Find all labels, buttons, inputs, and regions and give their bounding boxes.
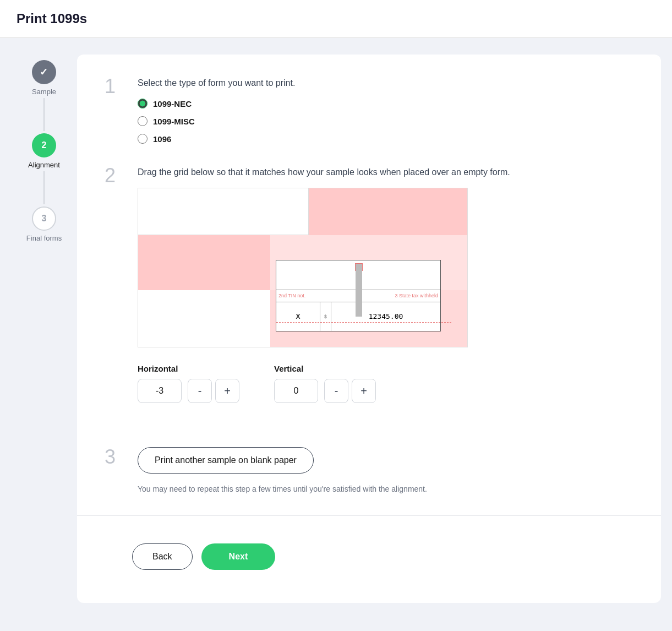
radio-1096[interactable] — [138, 134, 147, 144]
horizontal-plus-button[interactable]: + — [215, 379, 239, 403]
radio-label-nec: 1099-NEC — [153, 99, 192, 108]
radio-misc[interactable] — [138, 116, 147, 126]
step-label-sample: Sample — [32, 88, 56, 96]
content-divider — [77, 515, 661, 516]
step-section-1: 1 Select the type of form you want to pr… — [105, 77, 633, 144]
step-content-1: Select the type of form you want to prin… — [138, 77, 633, 144]
print-sample-button[interactable]: Print another sample on blank paper — [138, 447, 314, 474]
step-circle-alignment: 2 — [32, 133, 56, 157]
step-label-alignment: Alignment — [28, 161, 60, 169]
step-instruction-2: Drag the grid below so that it matches h… — [138, 166, 633, 179]
controls-section: Horizontal - + Vertical - + — [138, 364, 633, 403]
step-circle-final: 3 — [32, 206, 56, 231]
radio-option-nec[interactable]: 1099-NEC — [138, 99, 633, 108]
grid-x-mark: X — [296, 313, 300, 320]
check-icon: ✓ — [40, 66, 48, 78]
radio-label-1096: 1096 — [153, 134, 171, 144]
radio-option-misc[interactable]: 1099-MISC — [138, 116, 633, 126]
horizontal-minus-button[interactable]: - — [188, 379, 212, 403]
step-number-3: 3 — [105, 447, 121, 493]
grid-overlay[interactable]: // We'll render this with static HTML 2n… — [276, 260, 441, 331]
mini-grid-cell — [356, 316, 362, 317]
next-button[interactable]: Next — [201, 543, 276, 570]
step-item-final: 3 Final forms — [26, 206, 62, 242]
grid-label-state-tax: 3 State tax withheld — [358, 293, 438, 298]
preview-left-mid-pink — [138, 235, 270, 290]
corner-mark — [355, 263, 363, 271]
step-instruction-1: Select the type of form you want to prin… — [138, 77, 633, 90]
alignment-preview[interactable]: // We'll render this with static HTML 2n… — [138, 188, 468, 347]
control-group-vertical: Vertical - + — [274, 364, 378, 403]
radio-group-form-type: 1099-NEC 1099-MISC 1096 — [138, 99, 633, 144]
step-item-alignment: 2 Alignment — [28, 133, 60, 169]
radio-label-misc: 1099-MISC — [153, 117, 195, 126]
preview-top-right-pink — [309, 188, 467, 235]
main-layout: ✓ Sample 2 Alignment 3 Final forms 1 Sel — [0, 38, 672, 619]
content-card: 1 Select the type of form you want to pr… — [77, 55, 661, 603]
horizontal-control-row: - + — [138, 379, 241, 403]
alignment-hint-text: You may need to repeat this step a few t… — [138, 485, 633, 493]
dashed-line — [276, 322, 451, 323]
back-button[interactable]: Back — [132, 543, 193, 570]
vertical-control-row: - + — [274, 379, 378, 403]
radio-nec[interactable] — [138, 99, 147, 108]
step-item-sample: ✓ Sample — [32, 60, 56, 96]
preview-bottom-left-white — [138, 290, 270, 347]
grid-value: 12345.00 — [369, 312, 403, 320]
control-group-horizontal: Horizontal - + — [138, 364, 241, 403]
step-section-3: 3 Print another sample on blank paper Yo… — [105, 447, 633, 493]
radio-option-1096[interactable]: 1096 — [138, 134, 633, 144]
step-circle-sample: ✓ — [32, 60, 56, 84]
bottom-navigation: Back Next — [105, 532, 633, 581]
step-number-1: 1 — [105, 77, 121, 144]
vertical-plus-button[interactable]: + — [352, 379, 376, 403]
horizontal-value-input[interactable] — [138, 379, 182, 403]
vertical-label: Vertical — [274, 364, 378, 373]
step-content-3: Print another sample on blank paper You … — [138, 447, 633, 493]
step-connector-1 — [43, 98, 45, 131]
vertical-value-input[interactable] — [274, 379, 318, 403]
page-header: Print 1099s — [0, 0, 672, 38]
stepper: ✓ Sample 2 Alignment 3 Final forms — [11, 55, 77, 603]
step-label-final: Final forms — [26, 234, 62, 242]
step-connector-2 — [43, 171, 45, 204]
page-title: Print 1099s — [17, 11, 655, 26]
step-content-2: Drag the grid below so that it matches h… — [138, 166, 633, 425]
preview-top-left-white — [138, 188, 309, 235]
horizontal-label: Horizontal — [138, 364, 241, 373]
step-number-alignment: 2 — [42, 140, 47, 150]
step-number-2: 2 — [105, 166, 121, 425]
vertical-minus-button[interactable]: - — [324, 379, 348, 403]
grid-label-tin: 2nd TIN not. — [278, 293, 358, 298]
step-section-2: 2 Drag the grid below so that it matches… — [105, 166, 633, 425]
step-number-final: 3 — [42, 214, 47, 224]
